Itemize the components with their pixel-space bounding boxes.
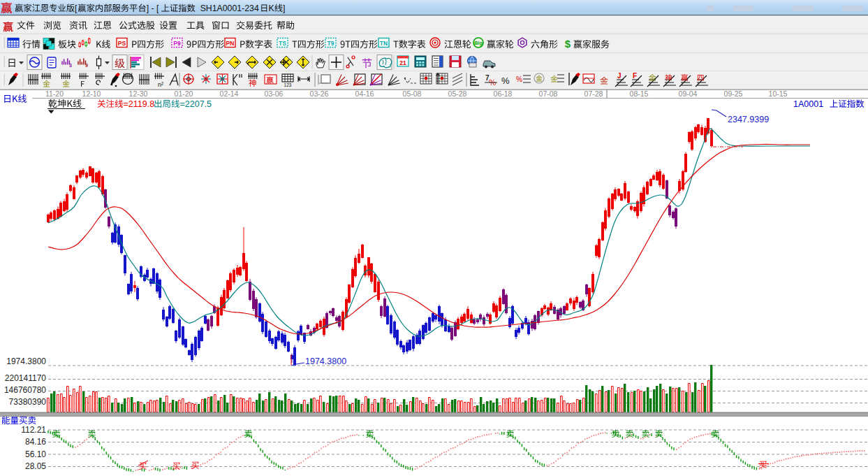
svg-text:12-30: 12-30 [129, 89, 148, 98]
svg-text:Big: Big [474, 40, 483, 46]
svg-text:SH1A0001-234: SH1A0001-234 [196, 3, 259, 13]
svg-text:1974.3800: 1974.3800 [305, 356, 346, 366]
svg-text:28.05: 28.05 [25, 461, 46, 471]
svg-text:84.16: 84.16 [25, 437, 46, 447]
svg-text:J: J [617, 72, 621, 80]
svg-text:112.21: 112.21 [21, 425, 46, 435]
svg-text:2347.9399: 2347.9399 [728, 115, 769, 124]
svg-text:%: % [501, 75, 510, 86]
svg-text:04-16: 04-16 [355, 89, 374, 98]
svg-text:05-08: 05-08 [403, 89, 422, 98]
svg-text:PN: PN [226, 40, 235, 47]
svg-text:]: ] [283, 3, 285, 13]
svg-text:[: [ [75, 3, 78, 13]
svg-text:TN: TN [380, 40, 388, 47]
svg-text:n²: n² [158, 81, 163, 88]
svg-text:T9: T9 [328, 40, 334, 47]
svg-text:06-18: 06-18 [494, 89, 513, 98]
svg-text:220141170: 220141170 [5, 373, 47, 383]
svg-text:%: % [516, 75, 522, 83]
svg-text:F: F [633, 72, 637, 80]
svg-text:10-15: 10-15 [769, 89, 788, 98]
svg-text:73380390: 73380390 [9, 397, 47, 407]
svg-text:12-10: 12-10 [82, 89, 101, 98]
svg-text:=2119.8: =2119.8 [124, 99, 155, 109]
svg-text:05-28: 05-28 [448, 89, 467, 98]
svg-text:K: K [268, 3, 274, 13]
svg-text:07-28: 07-28 [584, 89, 603, 98]
svg-text:1A0001: 1A0001 [793, 99, 828, 109]
svg-text:1974.3800: 1974.3800 [6, 356, 46, 366]
svg-text:03-26: 03-26 [310, 89, 329, 98]
svg-text:07-08: 07-08 [539, 89, 558, 98]
svg-text:09-25: 09-25 [724, 89, 743, 98]
svg-text:P9: P9 [173, 40, 181, 47]
svg-text:146760780: 146760780 [4, 385, 46, 395]
svg-text:03-06: 03-06 [265, 89, 284, 98]
svg-text:01-20: 01-20 [175, 89, 193, 98]
svg-text:$: $ [565, 38, 571, 50]
svg-text:TS: TS [279, 40, 286, 47]
svg-text:PS: PS [118, 40, 126, 47]
svg-text:7: 7 [485, 74, 490, 82]
svg-text:9: 9 [85, 63, 88, 68]
svg-text:11-20: 11-20 [45, 89, 64, 98]
svg-text:] - [: ] - [ [147, 3, 159, 13]
svg-text:09-04: 09-04 [679, 89, 698, 98]
svg-text:=2207.5: =2207.5 [180, 99, 212, 109]
svg-text:21: 21 [399, 59, 406, 66]
svg-text:02-14: 02-14 [220, 89, 239, 98]
svg-text:56.10: 56.10 [25, 449, 46, 459]
svg-text:08-15: 08-15 [630, 89, 649, 98]
svg-text:3: 3 [69, 63, 72, 68]
svg-text:123: 123 [284, 82, 292, 87]
